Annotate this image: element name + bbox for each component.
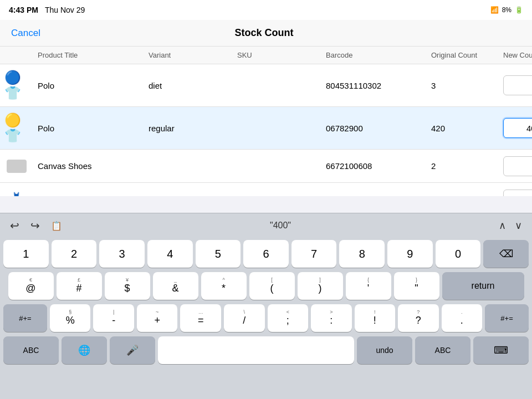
toolbar-text-display: "400" bbox=[70, 221, 491, 231]
key-slash[interactable]: \/ bbox=[224, 304, 265, 332]
new-count-input[interactable] bbox=[503, 75, 532, 95]
redo-button[interactable]: ↪ bbox=[27, 217, 43, 234]
delete-key[interactable]: ⌫ bbox=[483, 240, 529, 268]
key-apostrophe[interactable]: {' bbox=[346, 272, 391, 300]
abc-right-key[interactable]: ABC bbox=[415, 336, 470, 364]
key-ampersand[interactable]: _& bbox=[153, 272, 198, 300]
paste-button[interactable]: 📋 bbox=[48, 218, 65, 233]
undo-button[interactable]: ↩ bbox=[7, 217, 23, 234]
modifier-left-key[interactable]: #+= bbox=[3, 304, 47, 332]
key-percent[interactable]: §% bbox=[50, 304, 91, 332]
key-period[interactable]: .. bbox=[442, 304, 483, 332]
shirt-yellow-icon: 🟡👕 bbox=[4, 112, 29, 144]
product-title-cell: Polo bbox=[33, 81, 144, 90]
battery-icon: 🔋 bbox=[515, 6, 523, 14]
dress-icon: 👗 bbox=[8, 192, 25, 197]
key-7[interactable]: 7 bbox=[291, 240, 337, 268]
header-original-count: Original Count bbox=[427, 51, 499, 59]
variant-cell: diet bbox=[144, 81, 233, 90]
key-equals[interactable]: …= bbox=[180, 304, 221, 332]
original-count-cell: 3 bbox=[427, 81, 499, 90]
original-count-cell: 420 bbox=[427, 124, 499, 133]
status-date: Thu Nov 29 bbox=[45, 6, 85, 14]
product-title-cell: Polo bbox=[33, 124, 144, 133]
header-sku: SKU bbox=[233, 51, 321, 59]
product-title-cell: Canvas Shoes bbox=[33, 161, 144, 171]
space-key[interactable] bbox=[158, 336, 354, 364]
shoes-icon bbox=[7, 160, 27, 173]
key-question[interactable]: ?? bbox=[398, 304, 439, 332]
undo-key[interactable]: undo bbox=[357, 336, 412, 364]
key-hash[interactable]: £# bbox=[57, 272, 102, 300]
page-title: Stock Count bbox=[234, 27, 293, 39]
key-5[interactable]: 5 bbox=[196, 240, 241, 268]
table-row: Canvas Shoes 6672100608 2 bbox=[0, 150, 532, 183]
key-plus[interactable]: ~+ bbox=[137, 304, 178, 332]
cancel-button[interactable]: Cancel bbox=[11, 28, 40, 39]
barcode-cell: 804531110302 bbox=[321, 81, 427, 90]
header-variant: Variant bbox=[144, 51, 233, 59]
new-count-cell bbox=[499, 156, 532, 176]
bottom-row: ABC 🌐 🎤 undo ABC ⌨ bbox=[0, 334, 532, 366]
new-count-input-active[interactable] bbox=[503, 118, 532, 138]
nav-bar: Cancel Stock Count bbox=[0, 20, 532, 47]
next-field-button[interactable]: ∨ bbox=[511, 218, 525, 233]
product-title-cell: Swing Dress bbox=[33, 195, 144, 196]
modifier-right-key[interactable]: #+= bbox=[485, 304, 529, 332]
table-header: Product Title Variant SKU Barcode Origin… bbox=[0, 47, 532, 64]
key-6[interactable]: 6 bbox=[243, 240, 289, 268]
status-time: 4:43 PM bbox=[9, 6, 38, 14]
new-count-input-shoes[interactable] bbox=[503, 156, 532, 176]
globe-key[interactable]: 🌐 bbox=[62, 336, 107, 364]
key-1[interactable]: 1 bbox=[3, 240, 49, 268]
battery-percent: 8% bbox=[502, 6, 511, 14]
product-icon-cell bbox=[0, 160, 33, 173]
return-key[interactable]: return bbox=[442, 272, 524, 300]
key-4[interactable]: 4 bbox=[147, 240, 193, 268]
status-bar: 4:43 PM Thu Nov 29 📶 8% 🔋 bbox=[0, 0, 532, 20]
key-exclaim[interactable]: !! bbox=[355, 304, 396, 332]
status-icons: 📶 8% 🔋 bbox=[490, 6, 523, 14]
original-count-cell: 2 bbox=[427, 161, 499, 171]
new-count-cell: ↻ bbox=[499, 118, 532, 138]
header-icon bbox=[0, 51, 33, 59]
shirt-blue-icon: 🔵👕 bbox=[4, 70, 29, 101]
new-count-input-dress[interactable] bbox=[503, 190, 532, 197]
table-row: 🔵👕 Polo diet 804531110302 3 ✓ bbox=[0, 64, 532, 107]
abc-left-key[interactable]: ABC bbox=[3, 336, 59, 364]
key-minus[interactable]: |- bbox=[93, 304, 134, 332]
key-dollar[interactable]: ¥$ bbox=[105, 272, 150, 300]
new-count-cell: ✓ bbox=[499, 75, 532, 95]
prev-field-button[interactable]: ∧ bbox=[495, 218, 509, 233]
product-icon-cell: 🔵👕 bbox=[0, 70, 33, 101]
stock-table: Product Title Variant SKU Barcode Origin… bbox=[0, 47, 532, 196]
key-semicolon[interactable]: <; bbox=[268, 304, 309, 332]
key-9[interactable]: 9 bbox=[387, 240, 433, 268]
key-lparen[interactable]: [( bbox=[249, 272, 295, 300]
number-row: 1 2 3 4 5 6 7 8 9 0 ⌫ bbox=[0, 238, 532, 270]
key-2[interactable]: 2 bbox=[52, 240, 97, 268]
toolbar-nav: ∧ ∨ bbox=[495, 218, 525, 233]
table-row: 🟡👕 Polo regular 06782900 420 ↻ bbox=[0, 107, 532, 150]
key-colon[interactable]: >: bbox=[311, 304, 352, 332]
key-3[interactable]: 3 bbox=[99, 240, 145, 268]
key-at[interactable]: €@ bbox=[8, 272, 54, 300]
table-row: 👗 Swing Dress 062020050526 3 bbox=[0, 183, 532, 196]
product-icon-cell: 🟡👕 bbox=[0, 112, 33, 144]
key-rparen[interactable]: ]) bbox=[298, 272, 343, 300]
variant-cell: regular bbox=[144, 124, 233, 133]
new-count-cell bbox=[499, 190, 532, 197]
keyboard-dismiss-key[interactable]: ⌨ bbox=[473, 336, 529, 364]
original-count-cell: 3 bbox=[427, 195, 499, 196]
keyboard-toolbar: ↩ ↪ 📋 "400" ∧ ∨ bbox=[0, 213, 532, 238]
key-8[interactable]: 8 bbox=[339, 240, 385, 268]
header-new-count: New Count bbox=[499, 51, 532, 59]
wifi-icon: 📶 bbox=[490, 6, 499, 14]
mic-key[interactable]: 🎤 bbox=[110, 336, 155, 364]
key-0[interactable]: 0 bbox=[436, 240, 481, 268]
barcode-cell: 06782900 bbox=[321, 124, 427, 133]
header-product-title: Product Title bbox=[33, 51, 144, 59]
keyboard: ↩ ↪ 📋 "400" ∧ ∨ 1 2 3 4 5 6 7 8 9 0 ⌫ €@… bbox=[0, 213, 532, 399]
key-asterisk[interactable]: ^* bbox=[201, 272, 247, 300]
key-quote[interactable]: }" bbox=[394, 272, 439, 300]
